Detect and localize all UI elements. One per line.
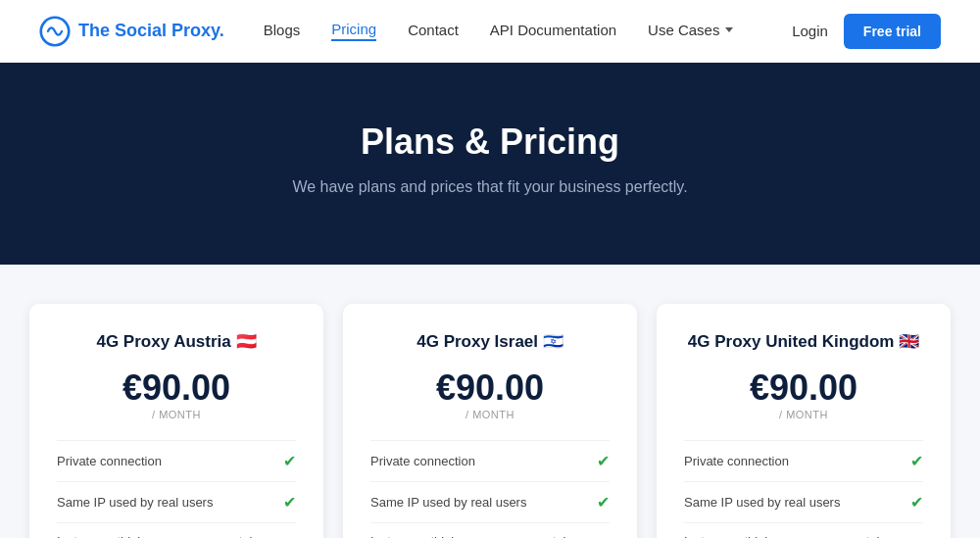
check-icon: ✔ bbox=[283, 452, 296, 470]
list-item: Same IP used by real users ✔ bbox=[370, 481, 610, 522]
features-list-austria: Private connection ✔ Same IP used by rea… bbox=[57, 440, 296, 538]
hero-subtitle: We have plans and prices that fit your b… bbox=[39, 178, 941, 196]
features-list-israel: Private connection ✔ Same IP used by rea… bbox=[370, 440, 610, 538]
card-price-israel: €90.00 / MONTH bbox=[370, 367, 610, 420]
list-item: Instagram thinks you are a smartphone us… bbox=[57, 522, 296, 538]
list-item: Instagram thinks you are a smartphone us… bbox=[370, 522, 610, 538]
pricing-card-austria: 4G Proxy Austria 🇦🇹 €90.00 / MONTH Priva… bbox=[29, 304, 323, 538]
check-icon: ✔ bbox=[910, 452, 923, 470]
card-title-uk: 4G Proxy United Kingdom 🇬🇧 bbox=[684, 331, 923, 352]
nav-contact[interactable]: Contact bbox=[408, 22, 459, 40]
check-icon: ✔ bbox=[597, 452, 610, 470]
card-price-austria: €90.00 / MONTH bbox=[57, 367, 296, 420]
price-amount-austria: €90.00 bbox=[122, 367, 230, 408]
pricing-section: 4G Proxy Austria 🇦🇹 €90.00 / MONTH Priva… bbox=[0, 265, 980, 538]
features-list-uk: Private connection ✔ Same IP used by rea… bbox=[684, 440, 923, 538]
card-title-israel: 4G Proxy Israel 🇮🇱 bbox=[370, 331, 610, 352]
hero-section: Plans & Pricing We have plans and prices… bbox=[0, 63, 980, 265]
price-period-israel: / MONTH bbox=[370, 409, 610, 420]
logo-text: The Social Proxy. bbox=[78, 21, 224, 41]
price-period-uk: / MONTH bbox=[684, 409, 923, 420]
pricing-card-uk: 4G Proxy United Kingdom 🇬🇧 €90.00 / MONT… bbox=[657, 304, 951, 538]
nav-use-cases[interactable]: Use Cases bbox=[648, 22, 733, 40]
login-button[interactable]: Login bbox=[792, 23, 828, 39]
nav-links: Blogs Pricing Contact API Documentation … bbox=[264, 21, 792, 41]
check-icon: ✔ bbox=[283, 493, 296, 512]
free-trial-nav-button[interactable]: Free trial bbox=[844, 14, 941, 49]
nav-right: Login Free trial bbox=[792, 14, 941, 49]
logo-icon bbox=[39, 16, 71, 47]
check-icon: ✔ bbox=[597, 493, 610, 512]
list-item: Same IP used by real users ✔ bbox=[684, 481, 923, 522]
list-item: Private connection ✔ bbox=[57, 440, 296, 481]
card-price-uk: €90.00 / MONTH bbox=[684, 367, 923, 420]
nav-pricing[interactable]: Pricing bbox=[331, 21, 376, 41]
nav-blogs[interactable]: Blogs bbox=[264, 22, 301, 40]
check-icon: ✔ bbox=[910, 493, 923, 512]
list-item: Same IP used by real users ✔ bbox=[57, 481, 296, 522]
logo[interactable]: The Social Proxy. bbox=[39, 16, 224, 47]
hero-title: Plans & Pricing bbox=[39, 122, 941, 163]
price-amount-israel: €90.00 bbox=[436, 367, 544, 408]
price-period-austria: / MONTH bbox=[57, 409, 296, 420]
list-item: Instagram thinks you are a smartphone us… bbox=[684, 522, 923, 538]
nav-api-docs[interactable]: API Documentation bbox=[490, 22, 616, 40]
price-amount-uk: €90.00 bbox=[750, 367, 858, 408]
list-item: Private connection ✔ bbox=[684, 440, 923, 481]
card-title-austria: 4G Proxy Austria 🇦🇹 bbox=[57, 331, 296, 352]
list-item: Private connection ✔ bbox=[370, 440, 610, 481]
navbar: The Social Proxy. Blogs Pricing Contact … bbox=[0, 0, 980, 63]
use-cases-chevron-icon bbox=[725, 27, 733, 32]
pricing-card-israel: 4G Proxy Israel 🇮🇱 €90.00 / MONTH Privat… bbox=[343, 304, 637, 538]
